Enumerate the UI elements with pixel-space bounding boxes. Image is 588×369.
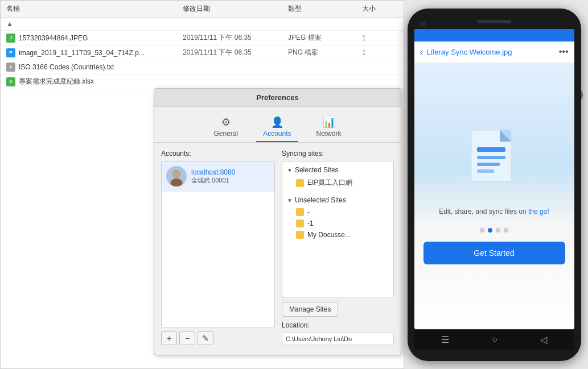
phone-device: ‹ Liferay Sync Welcome.jpg ••• bbox=[408, 9, 581, 361]
tab-network[interactable]: 📊 Network bbox=[310, 113, 348, 142]
selected-sites-group: ▼ Selected Sites EIP員工入口網 bbox=[282, 161, 393, 192]
syncing-label: Syncing sites: bbox=[282, 150, 394, 157]
unselected-sites-header[interactable]: ▼ Unselected Sites bbox=[282, 194, 393, 206]
column-date: 修改日期 bbox=[183, 4, 288, 14]
svg-rect-9 bbox=[477, 156, 505, 159]
list-item[interactable]: -1 bbox=[282, 218, 393, 229]
account-info: localhost:8080 金城武 00001 bbox=[191, 168, 235, 185]
network-icon: 📊 bbox=[323, 116, 335, 128]
file-name: image_2019_11_11T09_53_04_714Z.p... bbox=[19, 49, 145, 57]
preferences-dialog: Preferences ⚙ General 👤 Accounts 📊 Netwo… bbox=[154, 88, 401, 355]
dot-1 bbox=[480, 228, 484, 233]
preferences-title: Preferences bbox=[154, 89, 401, 107]
preferences-tabs: ⚙ General 👤 Accounts 📊 Network bbox=[154, 107, 401, 143]
phone-speaker bbox=[477, 20, 511, 23]
add-account-button[interactable]: + bbox=[161, 331, 177, 345]
file-name-cell: T ISO 3166 Codes (Countries).txt bbox=[6, 63, 183, 72]
table-row[interactable]: P image_2019_11_11T09_53_04_714Z.p... 20… bbox=[1, 45, 404, 60]
selected-sites-arrow: ▼ bbox=[287, 167, 293, 173]
file-type-icon: T bbox=[6, 63, 15, 72]
back-nav-button[interactable]: ◁ bbox=[540, 334, 547, 345]
file-name: ISO 3166 Codes (Countries).txt bbox=[19, 63, 114, 71]
account-item[interactable]: localhost:8080 金城武 00001 bbox=[162, 161, 274, 192]
doc-icon-container bbox=[466, 127, 523, 198]
menu-nav-button[interactable]: ☰ bbox=[441, 334, 449, 345]
document-icon bbox=[466, 127, 523, 196]
file-type-icon: P bbox=[6, 48, 15, 57]
phone-top-bar bbox=[414, 20, 574, 23]
location-label: Location: bbox=[282, 321, 394, 329]
file-size: 1 bbox=[362, 49, 396, 57]
accounts-panel: Accounts: localhost:8080 金 bbox=[161, 150, 275, 345]
file-list: J 1573203944864.JPEG 2019/11/11 下午 06:35… bbox=[1, 31, 404, 89]
tab-accounts-label: Accounts bbox=[263, 130, 291, 138]
tagline-highlight: on the go! bbox=[519, 208, 549, 215]
file-name: 專案需求完成度紀錄.xlsx bbox=[19, 77, 94, 86]
list-item[interactable]: My Docusse... bbox=[282, 229, 393, 241]
phone-camera bbox=[420, 21, 426, 27]
file-type: JPEG 檔案 bbox=[288, 33, 362, 43]
file-type-icon: X bbox=[6, 77, 15, 86]
file-name-cell: J 1573203944864.JPEG bbox=[6, 34, 183, 43]
tab-general-label: General bbox=[213, 130, 238, 138]
more-button[interactable]: ••• bbox=[559, 47, 569, 57]
edit-account-button[interactable]: ✎ bbox=[198, 331, 213, 345]
site-icon bbox=[296, 179, 304, 187]
dots-indicator bbox=[480, 228, 508, 233]
dot-3 bbox=[496, 228, 500, 233]
account-user: 金城武 00001 bbox=[191, 176, 235, 185]
unselected-sites-label: Unselected Sites bbox=[295, 196, 346, 204]
table-row[interactable]: X 專案需求完成度紀錄.xlsx bbox=[1, 74, 404, 89]
table-row[interactable]: T ISO 3166 Codes (Countries).txt bbox=[1, 60, 404, 74]
tagline-text: Edit, share, and sync files bbox=[439, 208, 519, 215]
unselected-site-2: My Docusse... bbox=[307, 231, 351, 239]
svg-rect-10 bbox=[477, 163, 500, 166]
column-name: 名稱 bbox=[6, 4, 183, 14]
account-server: localhost:8080 bbox=[191, 168, 235, 176]
sites-tree: ▼ Selected Sites EIP員工入口網 ▼ Unselected S… bbox=[282, 161, 394, 297]
accounts-toolbar: + − ✎ bbox=[161, 331, 275, 345]
list-item[interactable]: - bbox=[282, 206, 393, 218]
selected-sites-header[interactable]: ▼ Selected Sites bbox=[282, 164, 393, 176]
up-indicator: ▲ bbox=[1, 18, 404, 31]
svg-rect-11 bbox=[477, 169, 494, 173]
svg-point-3 bbox=[173, 171, 180, 177]
file-manager-header: 名稱 修改日期 類型 大小 bbox=[1, 1, 404, 18]
tab-accounts[interactable]: 👤 Accounts bbox=[256, 113, 298, 142]
home-nav-button[interactable]: ○ bbox=[492, 334, 497, 345]
file-type: PNG 檔案 bbox=[288, 48, 362, 57]
table-row[interactable]: J 1573203944864.JPEG 2019/11/11 下午 06:35… bbox=[1, 31, 404, 45]
list-item[interactable]: EIP員工入口網 bbox=[282, 176, 393, 189]
remove-account-button[interactable]: − bbox=[179, 331, 195, 345]
location-input[interactable] bbox=[282, 333, 394, 345]
back-button[interactable]: ‹ bbox=[420, 46, 423, 58]
unselected-sites-group: ▼ Unselected Sites - -1 My Docusse... bbox=[282, 192, 393, 243]
manage-sites-button[interactable]: Manage Sites bbox=[282, 302, 338, 317]
get-started-button[interactable]: Get Started bbox=[423, 242, 565, 264]
site-icon bbox=[296, 219, 304, 227]
dot-4 bbox=[504, 228, 508, 233]
site-icon bbox=[296, 208, 304, 216]
column-type: 類型 bbox=[288, 4, 362, 14]
svg-point-4 bbox=[171, 179, 182, 186]
app-title: Liferay Sync Welcome.jpg bbox=[427, 48, 559, 56]
phone-status-bar bbox=[414, 29, 574, 42]
dot-2 bbox=[488, 228, 492, 233]
site-icon bbox=[296, 231, 304, 239]
app-content: Edit, share, and sync files on the go! G… bbox=[414, 63, 574, 329]
file-date: 2019/11/11 下午 06:35 bbox=[183, 48, 288, 57]
unselected-sites-arrow: ▼ bbox=[287, 197, 293, 204]
tab-general[interactable]: ⚙ General bbox=[207, 113, 245, 142]
file-size: 1 bbox=[362, 34, 396, 42]
app-tagline: Edit, share, and sync files on the go! bbox=[439, 207, 549, 217]
sites-panel: Syncing sites: ▼ Selected Sites EIP員工入口網 bbox=[282, 150, 394, 345]
file-name-cell: X 專案需求完成度紀錄.xlsx bbox=[6, 77, 183, 86]
accounts-list: localhost:8080 金城武 00001 bbox=[161, 161, 275, 328]
preferences-body: Accounts: localhost:8080 金 bbox=[154, 143, 401, 352]
selected-sites-label: Selected Sites bbox=[295, 166, 339, 174]
unselected-site-0: - bbox=[307, 208, 310, 216]
column-size: 大小 bbox=[362, 4, 396, 14]
phone-overlay: ‹ Liferay Sync Welcome.jpg ••• bbox=[400, 0, 588, 369]
file-name-cell: P image_2019_11_11T09_53_04_714Z.p... bbox=[6, 48, 183, 57]
location-section: Location: bbox=[282, 321, 394, 345]
